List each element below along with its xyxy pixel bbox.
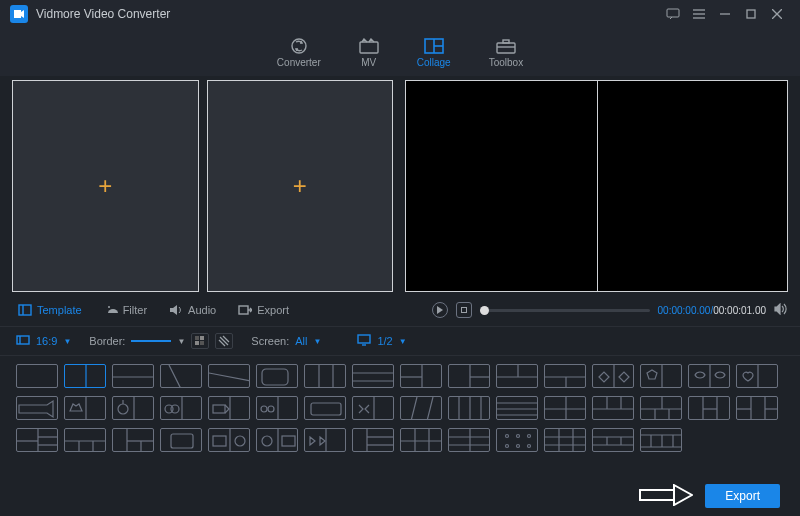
template-item[interactable] — [400, 364, 442, 388]
template-item[interactable] — [256, 428, 298, 452]
svg-point-120 — [506, 435, 509, 438]
template-item[interactable] — [592, 364, 634, 388]
maximize-button[interactable] — [738, 3, 764, 25]
template-item[interactable] — [544, 396, 586, 420]
template-item[interactable] — [16, 396, 58, 420]
feedback-icon[interactable] — [660, 3, 686, 25]
template-item[interactable] — [592, 396, 634, 420]
template-item[interactable] — [448, 428, 490, 452]
collage-slot-1[interactable]: + — [12, 80, 199, 292]
template-item[interactable] — [352, 396, 394, 420]
template-item[interactable] — [544, 428, 586, 452]
aspect-value: 16:9 — [36, 335, 57, 347]
border-weight-select[interactable]: ▼ — [131, 337, 185, 346]
template-item[interactable] — [496, 428, 538, 452]
svg-point-65 — [261, 406, 267, 412]
minimize-button[interactable] — [712, 3, 738, 25]
template-item[interactable] — [736, 396, 778, 420]
template-item[interactable] — [496, 364, 538, 388]
border-label: Border: — [89, 335, 125, 347]
svg-point-122 — [528, 435, 531, 438]
collage-slot-2[interactable]: + — [207, 80, 394, 292]
border-style-button[interactable] — [215, 333, 233, 349]
aspect-select[interactable]: 16:9 ▼ — [16, 334, 71, 348]
add-icon: + — [98, 172, 112, 200]
svg-rect-63 — [213, 405, 225, 413]
footer: Export — [639, 484, 780, 508]
template-item[interactable] — [112, 428, 154, 452]
stop-button[interactable] — [456, 302, 472, 318]
screen-select[interactable]: All▼ — [295, 335, 321, 347]
template-item[interactable] — [400, 428, 442, 452]
chevron-down-icon: ▼ — [63, 337, 71, 346]
template-item[interactable] — [352, 428, 394, 452]
template-item[interactable] — [208, 396, 250, 420]
svg-rect-105 — [213, 436, 226, 446]
template-item[interactable] — [160, 396, 202, 420]
template-item[interactable] — [64, 396, 106, 420]
tab-audio[interactable]: Audio — [163, 302, 222, 318]
template-item[interactable] — [208, 428, 250, 452]
nav-label: Toolbox — [489, 57, 523, 68]
template-item[interactable] — [112, 396, 154, 420]
play-button[interactable] — [432, 302, 448, 318]
nav-collage[interactable]: Collage — [417, 37, 451, 68]
template-item[interactable] — [160, 428, 202, 452]
template-item[interactable] — [16, 364, 58, 388]
template-item[interactable] — [640, 364, 682, 388]
template-item[interactable] — [400, 396, 442, 420]
add-icon: + — [293, 172, 307, 200]
template-item[interactable] — [352, 364, 394, 388]
template-item[interactable] — [448, 396, 490, 420]
template-item[interactable] — [160, 364, 202, 388]
svg-point-121 — [517, 435, 520, 438]
template-item[interactable] — [640, 396, 682, 420]
export-button[interactable]: Export — [705, 484, 780, 508]
audio-icon — [169, 304, 183, 316]
tab-label: Template — [37, 304, 82, 316]
svg-rect-0 — [667, 9, 679, 17]
template-item[interactable] — [640, 428, 682, 452]
svg-point-108 — [262, 436, 272, 446]
template-item[interactable] — [448, 364, 490, 388]
nav-mv[interactable]: MV — [359, 37, 379, 68]
border-color-button[interactable] — [191, 333, 209, 349]
template-item[interactable] — [544, 364, 586, 388]
template-item[interactable] — [112, 364, 154, 388]
svg-rect-139 — [640, 490, 674, 500]
template-item[interactable] — [64, 428, 106, 452]
tab-template[interactable]: Template — [12, 302, 88, 318]
svg-rect-5 — [747, 10, 755, 18]
template-item[interactable] — [688, 364, 730, 388]
template-item[interactable] — [304, 396, 346, 420]
nav-converter[interactable]: Converter — [277, 37, 321, 68]
close-button[interactable] — [764, 3, 790, 25]
menu-icon[interactable] — [686, 3, 712, 25]
volume-icon[interactable] — [774, 303, 788, 317]
template-item[interactable] — [304, 428, 346, 452]
svg-point-61 — [171, 405, 179, 413]
seek-bar[interactable] — [480, 309, 650, 312]
svg-rect-21 — [17, 336, 29, 344]
seek-thumb[interactable] — [480, 306, 489, 315]
svg-rect-19 — [239, 306, 248, 314]
template-item[interactable] — [16, 428, 58, 452]
tab-export[interactable]: Export — [232, 302, 295, 318]
template-item[interactable] — [688, 396, 730, 420]
template-item[interactable] — [256, 364, 298, 388]
svg-marker-50 — [599, 372, 609, 382]
template-item[interactable] — [256, 396, 298, 420]
template-item[interactable] — [304, 364, 346, 388]
nav-toolbox[interactable]: Toolbox — [489, 37, 523, 68]
tab-label: Filter — [123, 304, 147, 316]
template-item[interactable] — [496, 396, 538, 420]
template-item[interactable] — [64, 364, 106, 388]
time-display: 00:00:00.00/00:00:01.00 — [658, 305, 766, 316]
page-select[interactable]: 1/2▼ — [377, 335, 406, 347]
template-item[interactable] — [208, 364, 250, 388]
template-item[interactable] — [592, 428, 634, 452]
nav-label: Converter — [277, 57, 321, 68]
template-grid — [0, 356, 800, 460]
tab-filter[interactable]: Filter — [98, 302, 153, 318]
template-item[interactable] — [736, 364, 778, 388]
